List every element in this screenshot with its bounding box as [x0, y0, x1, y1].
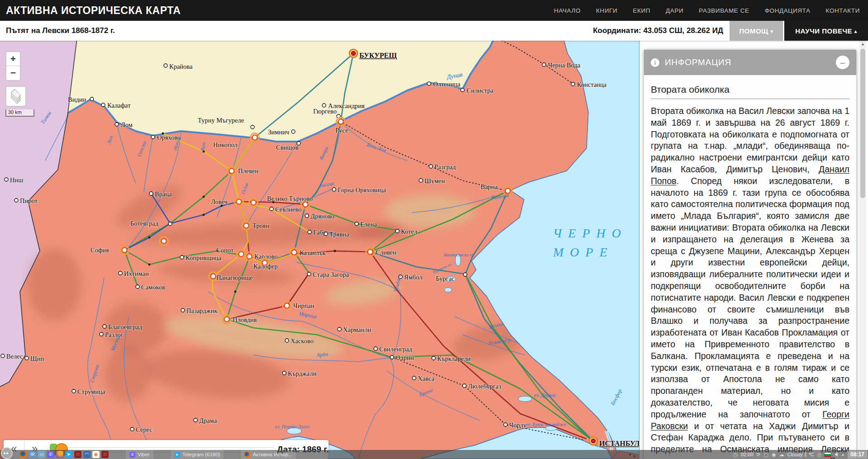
visited-city-marker[interactable]	[285, 303, 290, 308]
town-marker[interactable]	[151, 135, 155, 139]
town-marker[interactable]	[308, 230, 311, 234]
town-marker[interactable]	[251, 125, 254, 129]
town-marker[interactable]	[282, 371, 286, 375]
nav-item-6[interactable]: ФОНДАЦИЯТА	[765, 7, 811, 14]
town-marker[interactable]	[291, 130, 295, 133]
visited-city-marker[interactable]	[224, 317, 229, 322]
visited-city-marker[interactable]	[303, 202, 308, 207]
town-marker[interactable]	[432, 356, 435, 360]
capital-marker[interactable]	[591, 439, 596, 443]
tray-expand-icon[interactable]: ▲	[841, 453, 844, 457]
keyboard-layout-flag-icon[interactable]	[824, 452, 831, 457]
sync-icon[interactable]: ⟳	[757, 452, 761, 458]
town-marker[interactable]	[396, 229, 399, 233]
town-marker[interactable]	[338, 327, 341, 331]
town-marker[interactable]	[427, 82, 431, 85]
grid-red-icon[interactable]: ∷	[74, 451, 81, 458]
town-marker[interactable]	[180, 256, 184, 259]
visited-city-marker[interactable]	[162, 239, 167, 244]
globe-icon[interactable]: ◠	[83, 451, 91, 458]
town-marker[interactable]	[119, 271, 122, 275]
town-marker[interactable]	[1, 354, 5, 358]
nav-item-3[interactable]: ЕКИП	[633, 7, 650, 14]
town-marker[interactable]	[571, 82, 575, 86]
town-marker[interactable]	[5, 178, 8, 181]
town-marker[interactable]	[149, 192, 153, 195]
historical-map-svg[interactable]: ВидинКалафатКрайоваЛомОряховоТурну Мъгур…	[0, 41, 639, 459]
visited-city-marker[interactable]	[339, 119, 343, 124]
town-marker[interactable]	[270, 207, 273, 211]
town-marker[interactable]	[322, 104, 326, 107]
grid-red2-icon[interactable]: ∷	[101, 451, 109, 458]
nav-item-4[interactable]: ДАРИ	[666, 7, 683, 14]
town-marker[interactable]	[136, 285, 139, 289]
town-marker[interactable]	[332, 188, 336, 191]
town-marker[interactable]	[90, 97, 94, 101]
visited-city-marker[interactable]	[244, 223, 249, 228]
capital-marker[interactable]	[352, 52, 356, 56]
start-menu-button[interactable]	[1, 447, 13, 459]
town-marker[interactable]	[164, 64, 167, 67]
firefox-icon[interactable]	[20, 451, 27, 458]
town-marker[interactable]	[504, 423, 507, 426]
visited-city-marker[interactable]	[229, 169, 234, 174]
town-marker[interactable]	[461, 88, 464, 92]
network-icon[interactable]: ◉	[772, 452, 776, 458]
layers-button[interactable]	[5, 86, 26, 107]
town-marker[interactable]	[324, 232, 328, 236]
town-marker[interactable]	[429, 165, 433, 168]
visited-city-marker[interactable]	[239, 252, 244, 257]
page-scrollbar[interactable]: ▲	[859, 41, 866, 459]
map-canvas[interactable]: ВидинКалафатКрайоваЛомОряховоТурну Мъгур…	[0, 41, 639, 459]
town-marker[interactable]	[194, 418, 197, 422]
nav-item-2[interactable]: КНИГИ	[596, 7, 617, 14]
files-icon[interactable]: ▭	[38, 451, 45, 458]
thunderbird-icon[interactable]: ✉	[29, 451, 36, 458]
telegram-icon[interactable]: ➤	[65, 451, 72, 458]
visited-city-marker[interactable]	[247, 254, 252, 259]
town-marker[interactable]	[14, 199, 18, 202]
minimize-panel-button[interactable]: –	[836, 56, 849, 69]
learn-more-button[interactable]: НАУЧИ ПОВЕЧЕ ▴	[784, 21, 868, 41]
nav-item-1[interactable]: НАЧАЛО	[554, 7, 581, 14]
taskbar-window-2[interactable]: ➤Telegram (6180)	[171, 450, 224, 459]
scrollbar-up-arrow[interactable]: ▲	[859, 41, 866, 48]
nightly-icon[interactable]	[56, 451, 63, 458]
town-marker[interactable]	[100, 332, 103, 336]
town-marker[interactable]	[103, 325, 106, 328]
visited-city-marker[interactable]	[253, 135, 258, 140]
display-icon[interactable]: ▢	[764, 452, 768, 458]
town-marker[interactable]	[181, 308, 185, 312]
scrollbar-thumb[interactable]	[860, 49, 865, 198]
volume-icon[interactable]	[835, 452, 838, 457]
town-marker[interactable]	[374, 347, 377, 350]
timer-icon[interactable]: ◷	[733, 452, 738, 458]
article-link[interactable]: Георги Раковски	[651, 409, 849, 431]
town-marker[interactable]	[463, 384, 466, 388]
nav-item-7[interactable]: КОНТАКТИ	[826, 7, 860, 14]
info-panel-header[interactable]: i ИНФОРМАЦИЯ –	[644, 50, 856, 75]
help-button[interactable]: ПОМОЩ ▾	[730, 21, 783, 41]
printer-icon[interactable]: ⎙	[817, 452, 821, 458]
town-marker[interactable]	[419, 179, 423, 182]
taskbar-window-3[interactable]: Активна Истор...	[241, 450, 296, 459]
town-marker[interactable]	[355, 222, 358, 226]
visited-city-marker[interactable]	[368, 250, 373, 255]
taskbar-window-1[interactable]: ✆Viber	[126, 450, 153, 459]
town-marker[interactable]	[130, 427, 134, 431]
town-marker[interactable]	[307, 272, 311, 276]
visited-city-marker[interactable]	[251, 200, 256, 205]
visited-city-marker[interactable]	[292, 250, 297, 255]
town-marker[interactable]	[115, 123, 119, 126]
town-marker[interactable]	[101, 103, 105, 107]
visited-city-marker[interactable]	[237, 199, 242, 204]
zoom-in-button[interactable]: +	[6, 52, 20, 66]
viber-icon[interactable]: ✆	[47, 451, 54, 458]
town-marker[interactable]	[390, 355, 394, 359]
town-marker[interactable]	[285, 339, 289, 342]
nav-item-5[interactable]: РАЗВИВАМЕ СЕ	[699, 7, 749, 14]
town-marker[interactable]	[72, 389, 76, 393]
town-marker[interactable]	[25, 356, 29, 360]
town-marker[interactable]	[542, 63, 546, 66]
town-marker[interactable]	[463, 273, 467, 276]
